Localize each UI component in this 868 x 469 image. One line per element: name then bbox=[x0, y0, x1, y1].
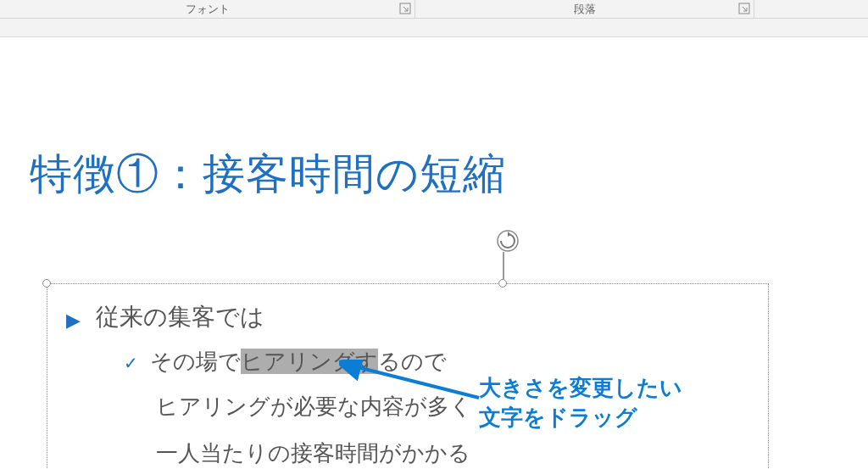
ribbon-spacer bbox=[0, 19, 868, 37]
bullet-level1-text: 従来の集客では bbox=[96, 301, 264, 333]
text-selection: ヒアリング bbox=[241, 349, 355, 374]
annotation-callout: 大きさを変更したい 文字をドラッグ bbox=[479, 373, 682, 433]
rotation-handle-icon[interactable] bbox=[496, 229, 520, 253]
resize-handle-top-middle[interactable] bbox=[498, 279, 507, 288]
rotation-stem bbox=[503, 252, 504, 279]
ribbon-group-font: フォント bbox=[0, 0, 415, 18]
ribbon-group-labels: フォント 段落 bbox=[0, 0, 868, 19]
slide-title[interactable]: 特徴①：接客時間の短縮 bbox=[30, 146, 506, 203]
ribbon-group-font-label: フォント bbox=[186, 2, 230, 17]
bullet-level3a-text: ヒアリングが必要な内容が多く bbox=[156, 394, 472, 419]
paragraph-dialog-launcher-icon[interactable] bbox=[738, 3, 750, 14]
ribbon-group-paragraph-label: 段落 bbox=[574, 2, 596, 17]
text-selection-2: す bbox=[355, 349, 378, 374]
bullet-level2-text: その場でヒアリングするので bbox=[150, 347, 447, 377]
ribbon-group-paragraph: 段落 bbox=[415, 0, 754, 18]
bullet-level3b[interactable]: 一人当たりの接客時間がかかる bbox=[156, 438, 753, 468]
annotation-line1: 大きさを変更したい bbox=[479, 373, 682, 403]
annotation-line2: 文字をドラッグ bbox=[479, 403, 682, 433]
bullet-level2[interactable]: ✓ その場でヒアリングするので bbox=[124, 347, 753, 377]
bullet-level1[interactable]: ▶ 従来の集客では bbox=[66, 301, 753, 333]
check-bullet-icon: ✓ bbox=[124, 353, 138, 373]
triangle-bullet-icon: ▶ bbox=[66, 310, 81, 332]
font-dialog-launcher-icon[interactable] bbox=[399, 3, 411, 14]
lvl2-pre: その場で bbox=[150, 349, 241, 374]
resize-handle-top-left[interactable] bbox=[42, 279, 51, 288]
bullet-level3b-text: 一人当たりの接客時間がかかる bbox=[156, 440, 470, 466]
lvl2-post: るので bbox=[378, 349, 447, 374]
